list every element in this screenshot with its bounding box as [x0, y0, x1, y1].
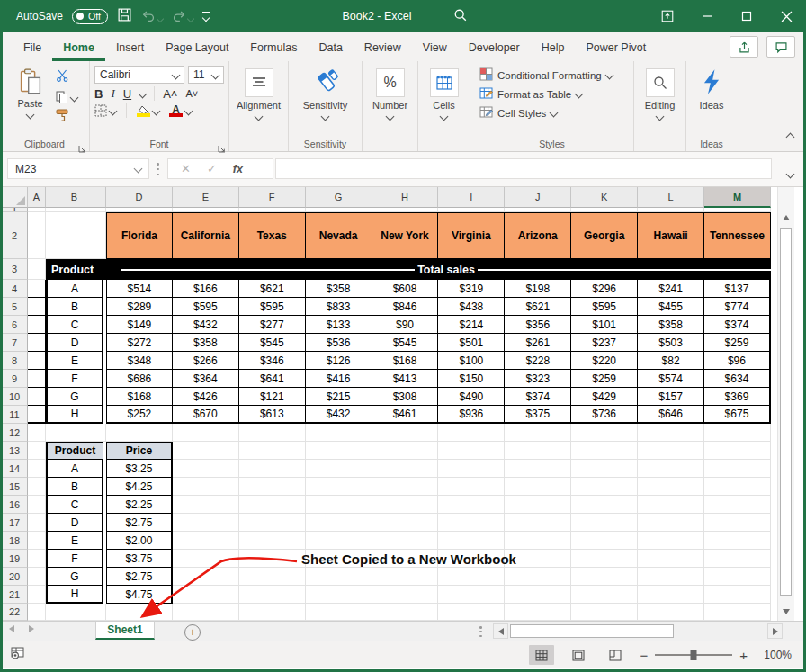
- cell[interactable]: [372, 496, 439, 514]
- paste-button[interactable]: Paste: [13, 66, 49, 125]
- row-header-12[interactable]: 12: [2, 424, 28, 442]
- cell[interactable]: $289: [106, 298, 173, 316]
- zoom-out-icon[interactable]: −: [640, 648, 648, 663]
- cell[interactable]: [571, 550, 638, 568]
- undo-icon[interactable]: [141, 9, 163, 24]
- formula-bar-grip[interactable]: [157, 163, 159, 175]
- cell[interactable]: [28, 259, 46, 280]
- cell[interactable]: [46, 212, 103, 259]
- cell[interactable]: [505, 442, 571, 460]
- cell[interactable]: H: [46, 586, 103, 604]
- cell[interactable]: [704, 496, 771, 514]
- cell[interactable]: $277: [239, 316, 306, 334]
- cell[interactable]: [438, 496, 505, 514]
- cell[interactable]: [28, 460, 46, 478]
- cell[interactable]: [638, 442, 704, 460]
- prev-sheet-icon[interactable]: [9, 625, 14, 632]
- cell[interactable]: [571, 424, 638, 442]
- cell[interactable]: $133: [306, 316, 372, 334]
- comments-button[interactable]: [766, 36, 795, 58]
- cell[interactable]: $774: [704, 298, 771, 316]
- close-button[interactable]: [766, 0, 806, 32]
- cell[interactable]: [28, 586, 46, 604]
- cell[interactable]: [239, 532, 306, 550]
- cell[interactable]: [173, 478, 239, 496]
- tab-home[interactable]: Home: [52, 35, 105, 61]
- zoom-slider-thumb[interactable]: [691, 650, 697, 660]
- cell[interactable]: [239, 442, 306, 460]
- cancel-entry-icon[interactable]: ✕: [181, 162, 191, 175]
- cell[interactable]: $259: [704, 334, 771, 352]
- cell[interactable]: [173, 460, 239, 478]
- cell[interactable]: $364: [173, 370, 239, 388]
- normal-view-button[interactable]: [529, 645, 554, 665]
- row-header-22[interactable]: 22: [2, 604, 28, 621]
- cell[interactable]: $613: [239, 406, 306, 424]
- cell[interactable]: [438, 442, 505, 460]
- cell[interactable]: [173, 442, 239, 460]
- font-size-select[interactable]: 11: [188, 66, 224, 84]
- expand-formula-bar-icon[interactable]: [787, 165, 793, 181]
- select-all-corner[interactable]: [2, 187, 28, 208]
- tab-formulas[interactable]: Formulas: [239, 35, 308, 61]
- cell[interactable]: $374: [704, 316, 771, 334]
- cell[interactable]: [505, 604, 571, 621]
- cell[interactable]: [704, 532, 771, 550]
- cell[interactable]: $150: [438, 370, 505, 388]
- cell[interactable]: $536: [306, 334, 372, 352]
- cell[interactable]: $168: [106, 388, 173, 406]
- cell[interactable]: [28, 478, 46, 496]
- alignment-button[interactable]: Alignment: [233, 66, 285, 120]
- cell[interactable]: [239, 550, 306, 568]
- cell[interactable]: [306, 586, 372, 604]
- cell[interactable]: $4.25: [106, 478, 173, 496]
- tab-help[interactable]: Help: [531, 35, 576, 61]
- cell[interactable]: D: [46, 514, 103, 532]
- cells-button[interactable]: Cells: [424, 66, 465, 120]
- cell[interactable]: $3.75: [106, 550, 173, 568]
- cell[interactable]: $166: [173, 280, 239, 298]
- cell[interactable]: [571, 442, 638, 460]
- cell[interactable]: [438, 532, 505, 550]
- cell[interactable]: E: [46, 352, 103, 370]
- cell[interactable]: $670: [173, 406, 239, 424]
- cell[interactable]: $237: [571, 334, 638, 352]
- cell[interactable]: Hawaii: [638, 212, 704, 259]
- cell[interactable]: [438, 478, 505, 496]
- fill-color-icon[interactable]: [137, 105, 159, 117]
- cell[interactable]: $149: [106, 316, 173, 334]
- cell[interactable]: $358: [173, 334, 239, 352]
- cell[interactable]: $429: [571, 388, 638, 406]
- cell[interactable]: [28, 352, 46, 370]
- italic-button[interactable]: I: [111, 86, 114, 101]
- search-icon[interactable]: [453, 8, 468, 25]
- scroll-right-icon[interactable]: [767, 623, 783, 639]
- cell[interactable]: Nevada: [306, 212, 372, 259]
- cell[interactable]: $252: [106, 406, 173, 424]
- cell[interactable]: [571, 514, 638, 532]
- cell[interactable]: [28, 496, 46, 514]
- row-header-6[interactable]: 6: [2, 316, 28, 334]
- horizontal-scrollbar-thumb[interactable]: [510, 624, 674, 638]
- cell[interactable]: $82: [638, 352, 704, 370]
- share-button[interactable]: [730, 36, 758, 58]
- cell[interactable]: $833: [306, 298, 372, 316]
- maximize-button[interactable]: [727, 0, 766, 32]
- cell[interactable]: $220: [571, 352, 638, 370]
- cell[interactable]: [372, 532, 439, 550]
- column-header-M[interactable]: M: [704, 187, 771, 208]
- cell[interactable]: A: [46, 280, 103, 298]
- cell[interactable]: [438, 514, 505, 532]
- cell[interactable]: [638, 424, 704, 442]
- zoom-level[interactable]: 100%: [759, 649, 792, 661]
- cell[interactable]: Virginia: [438, 212, 505, 259]
- cell[interactable]: $936: [438, 406, 505, 424]
- cell[interactable]: [239, 460, 306, 478]
- cell[interactable]: [372, 514, 439, 532]
- cell[interactable]: [505, 532, 571, 550]
- cell[interactable]: $621: [505, 298, 571, 316]
- cell[interactable]: D: [46, 334, 103, 352]
- collapse-ribbon-icon[interactable]: [787, 128, 793, 144]
- cell[interactable]: [571, 496, 638, 514]
- row-header-15[interactable]: 15: [2, 478, 28, 496]
